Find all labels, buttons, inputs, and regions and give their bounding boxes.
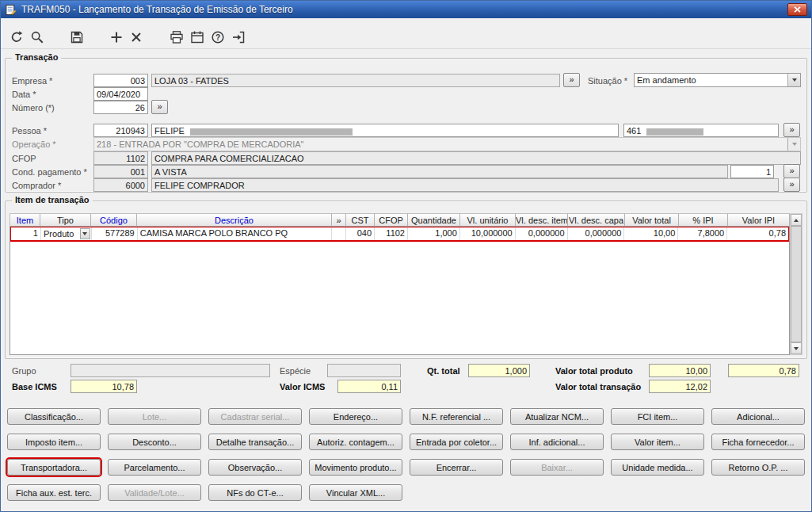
situacao-dropdown-arrow[interactable] — [787, 74, 800, 86]
column-header-valor-ipi[interactable]: Valor IPI — [728, 213, 790, 227]
cond-pagamento-expand-button[interactable]: » — [783, 164, 800, 178]
situacao-value: Em andamento — [637, 75, 696, 85]
save-icon — [70, 30, 84, 44]
column-header-quantidade[interactable]: Quantidade — [408, 213, 460, 227]
items-scrollbar[interactable] — [790, 213, 802, 355]
save-button[interactable] — [67, 28, 86, 47]
column-header-descricao[interactable]: Descrição — [137, 213, 332, 227]
pessoa-doc-field[interactable]: 461 — [623, 124, 779, 137]
cell-vl_desc_item: 0,000000 — [516, 227, 568, 241]
entrada-por-coletor-button[interactable]: Entrada por coletor... — [410, 434, 503, 450]
atualizar-ncm-button[interactable]: Atualizar NCM... — [510, 408, 604, 425]
print-icon — [170, 30, 184, 44]
scrollbar-thumb[interactable] — [791, 226, 802, 342]
situacao-combobox[interactable]: Em andamento — [634, 73, 801, 87]
column-header-ipi[interactable]: % IPI — [679, 213, 728, 227]
transacao-legend: Transação — [12, 52, 61, 62]
imposto-item-button[interactable]: Imposto item... — [7, 434, 101, 450]
column-header-cfop[interactable]: CFOP — [375, 213, 408, 227]
item-row[interactable]: 1Produto577289CAMISA MARCA POLO BRANCO P… — [10, 227, 789, 241]
cell-item: 1 — [10, 227, 41, 241]
operacao-label: Operação * — [12, 139, 56, 150]
pessoa-name-text: FELIPE — [154, 126, 185, 136]
ficha-fornecedor-button[interactable]: Ficha fornecedor... — [711, 434, 805, 450]
pessoa-label: Pessoa * — [12, 126, 47, 136]
column-header-vl-unitario[interactable]: Vl. unitário — [460, 213, 516, 227]
empresa-name-field: LOJA 03 - FATDES — [151, 74, 560, 87]
search-button[interactable] — [28, 28, 47, 47]
delete-button[interactable] — [127, 28, 146, 47]
fci-item-button[interactable]: FCI item... — [611, 408, 704, 425]
baixar-button: Baixar... — [510, 459, 604, 476]
unidade-medida-button[interactable]: Unidade medida... — [611, 459, 704, 476]
pessoa-code-field[interactable]: 210943 — [93, 124, 148, 137]
calendar-icon — [190, 30, 204, 44]
especie-field — [327, 364, 401, 377]
pessoa-name-field[interactable]: FELIPE — [151, 124, 619, 137]
operacao-dropdown-arrow — [787, 138, 800, 151]
qt-total-label: Qt. total — [427, 366, 460, 376]
add-button[interactable] — [107, 28, 126, 47]
numero-field[interactable]: 26 — [93, 101, 148, 114]
cfop-label: CFOP — [12, 154, 36, 164]
ficha-aux-est-terc-button[interactable]: Ficha aux. est. terc. — [7, 484, 101, 501]
data-field[interactable]: 09/04/2020 — [93, 87, 148, 101]
cell-cfop: 1102 — [375, 227, 408, 241]
column-header-tipo[interactable]: Tipo — [40, 213, 91, 227]
detalhe-transacao-button[interactable]: Detalhe transação... — [208, 434, 302, 450]
empresa-code-field[interactable]: 003 — [93, 74, 148, 87]
classificacao-button[interactable]: Classificação... — [7, 408, 101, 425]
window-title: TRAFM050 - Lançamento de Transação de Em… — [21, 4, 293, 15]
scroll-up-button[interactable] — [791, 214, 802, 226]
column-header-vl-desc-item[interactable]: Vl. desc. item — [516, 213, 568, 227]
autoriz-contagem-button[interactable]: Autoriz. contagem... — [309, 434, 402, 450]
calendar-button[interactable] — [188, 28, 207, 47]
movimento-produto-button[interactable]: Movimento produto... — [309, 459, 402, 476]
column-header-cst[interactable]: CST — [346, 213, 375, 227]
adicional-button[interactable]: Adicional... — [711, 408, 805, 425]
close-button[interactable] — [787, 3, 807, 16]
pessoa-expand-button[interactable]: » — [783, 123, 800, 137]
column-header-expand[interactable]: » — [332, 213, 346, 227]
empresa-expand-button[interactable]: » — [563, 73, 580, 87]
column-header-item[interactable]: Item — [10, 213, 40, 227]
nfs-do-ct-e-button[interactable]: NFs do CT-e... — [208, 484, 302, 501]
cond-pagamento-desc-field: A VISTA — [151, 165, 728, 178]
parcelamento-button[interactable]: Parcelamento... — [108, 459, 201, 476]
empresa-label: Empresa * — [12, 76, 52, 86]
cond-pagamento-code-field: 001 — [93, 165, 148, 178]
comprador-expand-button[interactable]: » — [783, 178, 800, 192]
tipo-dropdown-arrow[interactable] — [80, 228, 90, 239]
column-header-valor-total[interactable]: Valor total — [625, 213, 679, 227]
items-grid-body: 1Produto577289CAMISA MARCA POLO BRANCO P… — [10, 227, 790, 355]
parcelas-field[interactable]: 1 — [730, 165, 774, 178]
numero-expand-button[interactable]: » — [151, 100, 168, 114]
desconto-button[interactable]: Desconto... — [108, 434, 201, 450]
n-f-referencial-button[interactable]: N.F. referencial ... — [410, 408, 503, 425]
svg-text:?: ? — [215, 33, 220, 42]
encerrar-button[interactable]: Encerrar... — [410, 459, 503, 476]
transportadora-button[interactable]: Transportadora... — [7, 459, 101, 476]
valor-item-button[interactable]: Valor item... — [611, 434, 704, 450]
situacao-label: Situação * — [588, 76, 627, 86]
inf-adicional-button[interactable]: Inf. adicional... — [510, 434, 604, 450]
exit-button[interactable] — [229, 28, 248, 47]
comprador-name-field: FELIPE COMPRADOR — [151, 178, 779, 192]
valor-total-transacao-label: Valor total transação — [555, 382, 641, 392]
comprador-code-field: 6000 — [93, 178, 148, 192]
column-header-vl-desc-capa[interactable]: Vl. desc. capa — [568, 213, 625, 227]
scroll-down-button[interactable] — [791, 342, 802, 354]
vincular-xml-button[interactable]: Vincular XML... — [309, 484, 402, 501]
print-button[interactable] — [167, 28, 186, 47]
numero-label: Número (*) — [12, 103, 55, 113]
cell-quantidade: 1,000 — [408, 227, 460, 241]
endereco-button[interactable]: Endereço... — [309, 408, 402, 425]
valor-total-produto-label: Valor total produto — [555, 366, 633, 376]
undo-button[interactable] — [7, 28, 26, 47]
help-button[interactable]: ? — [208, 28, 227, 47]
retorno-o-p-button[interactable]: Retorno O.P. ... — [711, 459, 805, 476]
cell-tipo[interactable]: Produto — [41, 227, 92, 241]
column-header-codigo[interactable]: Código — [91, 213, 137, 227]
observacao-button[interactable]: Observação... — [208, 459, 302, 476]
undo-icon — [10, 30, 24, 44]
